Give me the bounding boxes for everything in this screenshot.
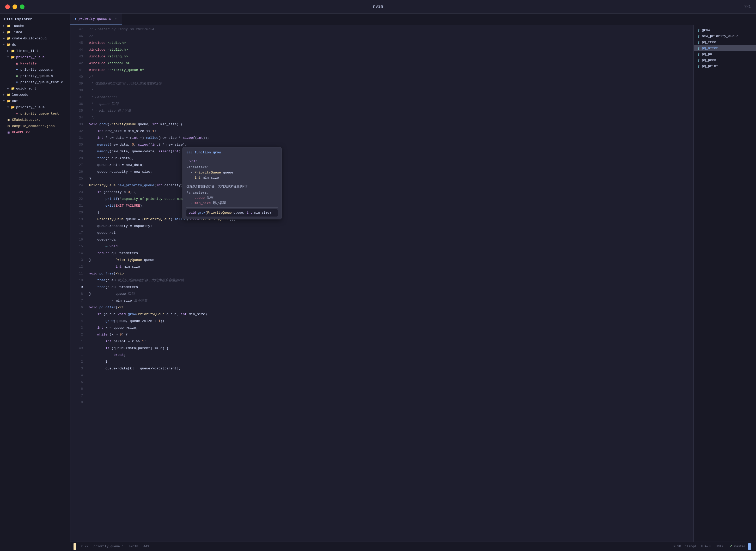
sidebar-item-label: priority_queue.c: [20, 68, 53, 72]
sidebar-item-label: quick_sort: [16, 87, 36, 90]
tab-file-icon: ●: [75, 17, 77, 21]
symbol-pq-print[interactable]: ƒ pq_print: [694, 63, 756, 69]
folder-open-icon: 📂: [6, 42, 11, 47]
right-indicator: [748, 543, 751, 550]
symbol-pq-peek[interactable]: ƒ pq_peek: [694, 57, 756, 63]
status-right: ⌘LSP: clangd UTF-8 UNIX ⎇ master: [671, 543, 753, 550]
popup-param-queue: - queue 队列: [186, 195, 278, 201]
symbol-label: pq_free: [702, 40, 716, 44]
symbol-new-priority-queue[interactable]: ƒ new_priority_queue: [694, 33, 756, 39]
arrow-icon: ▼: [6, 105, 10, 109]
arrow-icon: ▶: [2, 93, 6, 96]
popup-signature: void grow(PriorityQueue queue, int min_s…: [186, 209, 278, 216]
sidebar-item-cache[interactable]: ▶ 📁 .cache: [0, 23, 70, 29]
folder-icon: 📁: [6, 23, 11, 28]
function-icon: ƒ: [698, 34, 700, 38]
minimize-button[interactable]: [13, 4, 17, 9]
line-ending: UNIX: [716, 545, 723, 548]
maximize-button[interactable]: [20, 4, 25, 9]
sidebar-item-label: priority_queue_test.c: [20, 80, 63, 84]
arrow-icon: ▶: [2, 37, 6, 40]
popup-param-1: - PriorityQueue queue: [186, 170, 278, 175]
sidebar-item-compile-commands[interactable]: ▶ ◨ compile_commands.json: [0, 123, 70, 129]
md-icon: ◩: [6, 130, 11, 135]
sidebar-item-label: leetcode: [12, 93, 28, 97]
tab-close-button[interactable]: ✕: [113, 17, 118, 21]
arrow-icon: ▼: [2, 99, 6, 103]
cursor-pos: 49:18: [129, 545, 138, 548]
sidebar-item-idea[interactable]: ▶ 📁 .idea: [0, 29, 70, 35]
symbol-pq-poll[interactable]: ƒ pq_poll: [694, 51, 756, 57]
status-lsp: ⌘LSP: clangd: [671, 544, 699, 548]
sidebar-item-label: priority_queue: [16, 105, 45, 109]
folder-icon: 📁: [6, 92, 11, 97]
popup-param-minsize: - min_size 最小容量: [186, 201, 278, 206]
file-explorer[interactable]: File Explorer ▶ 📁 .cache ▶ 📁 .idea ▶ 📁 c…: [0, 14, 70, 551]
status-size: 2.9k: [78, 545, 91, 548]
sidebar-item-out-pq[interactable]: ▼ 📂 priority_queue: [0, 104, 70, 110]
sidebar-item-label: priority_queue.h: [20, 74, 53, 78]
sidebar-item-cmakelists[interactable]: ▶ ◧ CMakeLists.txt: [0, 117, 70, 123]
editor-tab-priority-queue-c[interactable]: ● priority_queue.c ✕: [70, 14, 122, 25]
popup-param-2: - int min_size: [186, 175, 278, 180]
sidebar-item-label: compile_commands.json: [12, 124, 55, 128]
symbol-label: pq_peek: [702, 58, 716, 62]
sidebar-item-label: README.md: [12, 130, 30, 134]
sidebar-item-linked-list[interactable]: ▶ 📁 linked_list: [0, 48, 70, 54]
sidebar-item-cmake-build-debug[interactable]: ▶ 📁 cmake-build-debug: [0, 35, 70, 41]
sidebar-item-pq-h[interactable]: ▶ ◉ priority_queue.h: [0, 73, 70, 79]
sidebar-item-leetcode[interactable]: ▶ 📁 leetcode: [0, 92, 70, 98]
folder-open-icon: 📂: [10, 105, 15, 110]
sidebar-item-pq-test-c[interactable]: ▶ ● priority_queue_test.c: [0, 79, 70, 85]
file-size: 2.9k: [81, 545, 88, 548]
sidebar-item-pq-c[interactable]: ▶ ● priority_queue.c: [0, 66, 70, 73]
symbol-pq-offer[interactable]: ƒ pq_offer: [694, 45, 756, 51]
lsp-status: ⌘LSP: clangd: [674, 544, 696, 548]
status-file: priority_queue.c: [94, 545, 124, 548]
sidebar-item-label: CMakeLists.txt: [12, 118, 40, 122]
status-bar: 2.9k priority_queue.c 49:18 44% ⌘LSP: cl…: [70, 542, 756, 551]
folder-icon: 📁: [6, 30, 11, 34]
sidebar-item-out[interactable]: ▼ 📂 out: [0, 98, 70, 104]
arrow-icon: ▼: [6, 55, 10, 59]
json-icon: ◨: [6, 124, 11, 128]
sidebar-item-priority-queue[interactable]: ▼ 📂 priority_queue: [0, 54, 70, 60]
folder-icon: 📁: [6, 36, 11, 41]
sidebar-item-ds[interactable]: ▼ 📂 ds: [0, 41, 70, 48]
function-icon: ƒ: [698, 28, 700, 32]
titlebar: nvim ⌥⌘1: [0, 0, 756, 14]
arrow-icon: ▼: [2, 43, 6, 46]
code-content[interactable]: // Created by Kenny on 2022/8/24. // #in…: [86, 25, 693, 542]
sidebar-item-quick-sort[interactable]: ▶ 📁 quick_sort: [0, 85, 70, 92]
sidebar-item-label: Makefile: [20, 62, 36, 65]
sidebar-item-makefile[interactable]: ▶ ▣ Makefile: [0, 60, 70, 66]
main-area: File Explorer ▶ 📁 .cache ▶ 📁 .idea ▶ 📁 c…: [0, 14, 756, 551]
explorer-header: File Explorer: [0, 16, 70, 23]
arrow-icon: ▶: [6, 49, 10, 53]
mode-indicator: [74, 543, 76, 550]
symbol-label: grow: [702, 28, 710, 32]
folder-icon: 📁: [10, 48, 15, 53]
sidebar-item-readme[interactable]: ▶ ◩ README.md: [0, 129, 70, 135]
editor-area: ● priority_queue.c ✕ 4746454443 42414039…: [70, 14, 756, 551]
function-icon: ƒ: [698, 64, 700, 68]
status-encoding: UTF-8: [699, 545, 713, 548]
sidebar-item-label: priority_queue: [16, 55, 45, 59]
popup-params-label: Parameters:: [186, 165, 278, 170]
folder-icon: 📁: [10, 86, 15, 91]
function-icon: ƒ: [698, 46, 700, 50]
status-left: 2.9k priority_queue.c 49:18 44%: [74, 543, 671, 550]
function-icon: ƒ: [698, 58, 700, 62]
popup-params-label2: Parameters:: [186, 190, 278, 195]
close-button[interactable]: [5, 4, 10, 9]
symbol-pq-free[interactable]: ƒ pq_free: [694, 39, 756, 45]
code-editor[interactable]: 4746454443 4241403938 3736353433 3231302…: [70, 25, 693, 542]
popup-return: →void: [186, 159, 278, 164]
cmake-icon: ◧: [6, 117, 11, 122]
file-encoding: UTF-8: [701, 545, 711, 548]
status-filename: priority_queue.c: [91, 545, 126, 548]
tab-filename: priority_queue.c: [79, 17, 111, 21]
sidebar-item-pq-test-exec[interactable]: ▶ ◈ priority_queue_test: [0, 110, 70, 117]
symbol-grow[interactable]: ƒ grow: [694, 27, 756, 33]
popup-desc: 优先队列的自动扩容，大约为原来容量的2倍: [186, 184, 278, 189]
